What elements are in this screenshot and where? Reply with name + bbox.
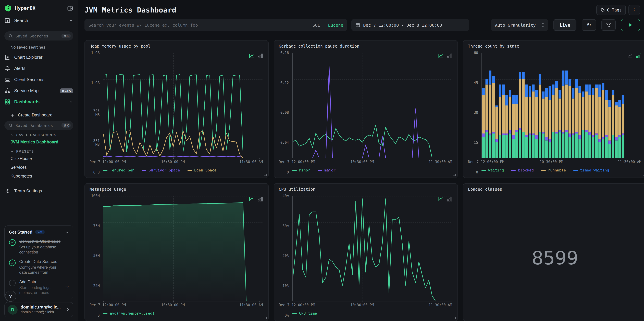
legend-item[interactable]: waiting [482, 168, 504, 172]
x-tick-label: Dec 7 12:00:00 PM [90, 303, 126, 307]
legend-item[interactable]: Eden Space [187, 168, 216, 172]
line-chart-toggle-icon[interactable] [438, 196, 444, 202]
y-tick-label: 60 [467, 51, 478, 55]
x-tick-label: 10:30:00 PM [540, 160, 563, 164]
sidebar-item-dashboards[interactable]: Dashboards [0, 96, 78, 107]
get-started-header[interactable]: Get Started 2/3 [9, 230, 69, 235]
line-chart-toggle-icon[interactable] [628, 53, 633, 58]
task-title: Create Data Sources [19, 259, 62, 264]
legend-item[interactable]: major [318, 168, 336, 172]
collapse-sidebar-icon[interactable] [67, 5, 73, 11]
line-chart-toggle-icon[interactable] [249, 196, 254, 202]
x-tick-label: 11:30:00 AM [240, 160, 263, 164]
get-started-item-sources[interactable]: Create Data Sources Configure where your… [9, 259, 69, 275]
chart-title: Garbage collection pause duration [279, 44, 453, 49]
y-tick-label: 0.04 [278, 141, 289, 144]
legend-item[interactable]: runnable [541, 168, 566, 172]
search-nav-icon [5, 18, 10, 23]
resize-handle[interactable] [643, 317, 644, 319]
saved-searches-input[interactable]: Saved Searches ⌘K [4, 31, 73, 40]
user-menu[interactable]: D dominic.tran@clic... dominic.tran@clic… [4, 302, 73, 317]
get-started-item-add-data[interactable]: Add Data Start sending logs, metrics, or… [9, 280, 69, 295]
y-axis-labels: 1 GB1 GB763 MB381 MB0 B [89, 53, 101, 172]
sidebar-item-jvm-metrics-dashboard[interactable]: JVM Metrics Dashboard [0, 138, 78, 146]
more-menu-button[interactable]: ⋮ [628, 5, 640, 15]
section-label: PRESETS [16, 150, 34, 153]
bar-chart-toggle-icon[interactable] [447, 196, 452, 202]
section-saved-dashboards[interactable]: SAVED DASHBOARDS [0, 130, 78, 138]
event-search-input[interactable]: Search your events w/ Lucene ex. column:… [84, 19, 347, 31]
chart-card-gc-pause: Garbage collection pause duration 0.160.… [274, 40, 458, 178]
sidebar-item-search[interactable]: Search [0, 15, 78, 26]
y-tick-label: 0 [467, 170, 478, 174]
legend-item[interactable]: avg(jvm.memory.used) [103, 311, 154, 316]
filter-button[interactable] [602, 19, 616, 31]
sidebar-item-kubernetes[interactable]: Kubernetes [0, 172, 78, 181]
y-tick-label: 0 B [89, 170, 100, 174]
refresh-button[interactable]: ↻ [582, 19, 596, 31]
y-tick-label: 25M [89, 284, 100, 288]
chart-legend: minormajor [292, 168, 452, 172]
sidebar-item-chart-explorer[interactable]: Chart Explorer [0, 52, 78, 63]
line-chart-toggle-icon[interactable] [249, 53, 254, 58]
chart-card-metaspace: Metaspace Usage 100M75M50M25M0 Dec 7 12:… [84, 183, 268, 321]
legend-item[interactable]: Tenured Gen [103, 168, 134, 172]
help-button[interactable]: ? [5, 291, 16, 302]
search-icon [8, 34, 13, 38]
chart-plot: 0.160.120.080.040 Dec 7 12:00:00 PM10:30… [292, 53, 452, 172]
bar-chart-toggle-icon[interactable] [258, 53, 263, 58]
sidebar-item-clickhouse[interactable]: ClickHouse [0, 154, 78, 163]
x-tick-label: 11:30:00 AM [428, 303, 452, 307]
bar-chart-toggle-icon[interactable] [258, 196, 263, 202]
sidebar-item-team-settings[interactable]: Team Settings [0, 185, 78, 196]
lucene-mode-toggle[interactable]: Lucene [328, 22, 343, 27]
line-chart-toggle-icon[interactable] [438, 53, 444, 58]
resize-handle[interactable] [643, 174, 644, 176]
live-button[interactable]: Live [554, 19, 576, 31]
task-title: Connect to ClickHouse [19, 239, 62, 244]
legend-item[interactable]: minor [292, 168, 310, 172]
main-content: JVM Metrics Dashboard 0 Tags ⋮ Search yo… [78, 0, 644, 321]
granularity-select[interactable]: Auto Granularity [491, 19, 548, 31]
beta-badge: BETA [60, 88, 73, 93]
chart-legend: waitingblockedrunnabletimed_waiting [482, 168, 641, 172]
create-dashboard-label: Create Dashboard [18, 113, 52, 117]
get-started-item-connect[interactable]: Connect to ClickHouse Set up your databa… [9, 239, 69, 255]
sidebar-item-label: Chart Explorer [14, 55, 73, 60]
legend-item[interactable]: timed_waiting [573, 168, 609, 172]
legend-item[interactable]: blocked [512, 168, 534, 172]
bar-chart-toggle-icon[interactable] [636, 53, 641, 58]
date-range-value: Dec 7 12:00:00 - Dec 8 12:00:00 [363, 22, 442, 27]
date-range-picker[interactable]: Dec 7 12:00:00 - Dec 8 12:00:00 [352, 19, 469, 31]
plot-area [103, 53, 263, 158]
x-axis-labels: Dec 7 12:00:00 PM10:30:00 PM11:30:00 AM [292, 160, 452, 165]
run-query-button[interactable] [621, 19, 640, 31]
create-dashboard-button[interactable]: Create Dashboard [0, 110, 78, 118]
saved-dashboards-input[interactable]: Saved Dashboards ⌘K [4, 121, 73, 130]
y-tick-label: 0 [89, 314, 100, 318]
sidebar-item-client-sessions[interactable]: Client Sessions [0, 74, 78, 85]
bar-chart-toggle-icon[interactable] [447, 53, 452, 58]
check-circle-icon [9, 239, 16, 246]
sidebar-item-alerts[interactable]: Alerts [0, 63, 78, 74]
resize-handle[interactable] [454, 317, 456, 319]
app-name: HyperDX [15, 5, 64, 11]
legend-item[interactable]: Survivor Space [142, 168, 180, 172]
resize-handle[interactable] [264, 317, 266, 319]
sidebar-item-service-map[interactable]: Service Map BETA [0, 85, 78, 96]
sidebar-item-label: Alerts [14, 66, 73, 71]
x-tick-label: 11:30:00 AM [428, 160, 452, 164]
sidebar-item-services[interactable]: Services [0, 163, 78, 172]
sql-mode-toggle[interactable]: SQL [312, 22, 320, 27]
empty-circle-icon [9, 280, 16, 287]
tag-icon [600, 8, 605, 12]
chart-card-thread-count: Thread count by state 604530150 Dec 7 12… [463, 40, 644, 178]
section-presets[interactable]: PRESETS [0, 146, 78, 154]
legend-item[interactable]: CPU time [292, 311, 317, 316]
saved-searches-placeholder: Saved Searches [16, 33, 48, 38]
resize-handle[interactable] [454, 174, 456, 176]
chart-legend: avg(jvm.memory.used) [103, 311, 263, 316]
resize-handle[interactable] [264, 174, 266, 176]
y-tick-label: 0.12 [278, 81, 289, 85]
tags-button[interactable]: 0 Tags [596, 5, 626, 15]
